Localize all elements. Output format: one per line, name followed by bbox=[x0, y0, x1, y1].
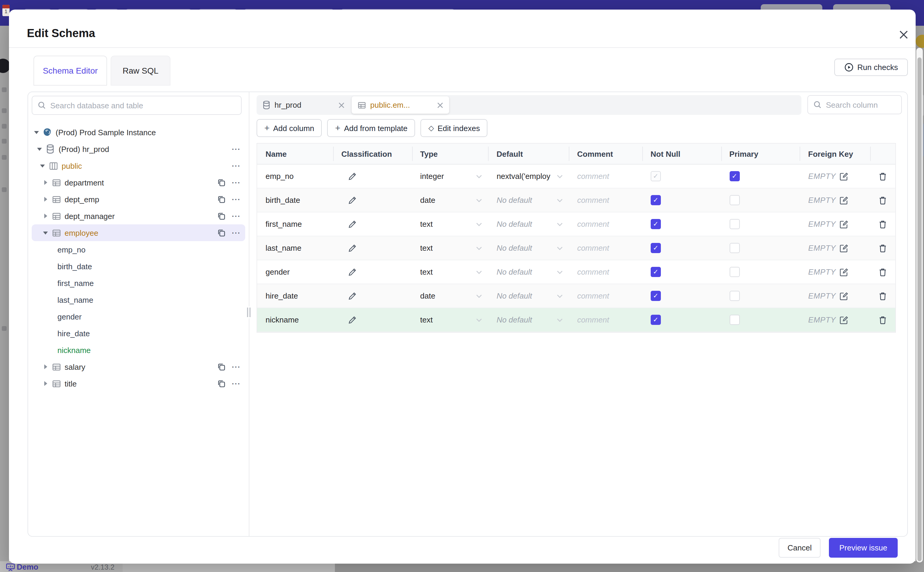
pencil-icon[interactable] bbox=[348, 196, 357, 204]
edit-icon[interactable] bbox=[839, 316, 848, 324]
classification-cell[interactable] bbox=[333, 268, 412, 276]
default-value[interactable]: No default bbox=[497, 196, 532, 205]
delete-column-cell[interactable] bbox=[870, 220, 895, 228]
column-name-cell[interactable]: emp_no bbox=[257, 172, 333, 181]
close-icon[interactable] bbox=[437, 102, 443, 108]
tree-item-table-department[interactable]: department ⋯ bbox=[32, 174, 245, 191]
comment-input[interactable]: comment bbox=[569, 219, 642, 228]
close-icon[interactable] bbox=[898, 29, 910, 41]
comment-input[interactable]: comment bbox=[569, 244, 642, 252]
add-from-template-button[interactable]: +Add from template bbox=[327, 119, 415, 137]
column-name-cell[interactable]: birth_date bbox=[257, 196, 333, 205]
default-value[interactable]: No default bbox=[497, 244, 532, 252]
edit-icon[interactable] bbox=[839, 268, 848, 276]
primary-checkbox[interactable] bbox=[729, 291, 740, 301]
column-name-cell[interactable]: hire_date bbox=[257, 291, 333, 300]
more-actions-icon[interactable]: ⋯ bbox=[231, 378, 241, 389]
classification-cell[interactable] bbox=[333, 244, 412, 252]
default-select[interactable]: No default bbox=[488, 219, 569, 228]
not-null-checkbox[interactable]: ✓ bbox=[651, 195, 661, 205]
trash-icon[interactable] bbox=[879, 172, 886, 180]
pencil-icon[interactable] bbox=[348, 316, 357, 324]
column-name-cell[interactable]: last_name bbox=[257, 244, 333, 252]
column-search-input[interactable]: Search column bbox=[808, 95, 902, 114]
primary-checkbox[interactable] bbox=[729, 243, 740, 253]
chevron-right-icon[interactable] bbox=[42, 180, 49, 185]
edit-icon[interactable] bbox=[839, 292, 848, 300]
chevron-right-icon[interactable] bbox=[42, 364, 49, 369]
tree-item-column-birth-date[interactable]: birth_date bbox=[32, 258, 245, 275]
foreign-key-cell[interactable]: EMPTY bbox=[800, 315, 870, 324]
copy-icon[interactable] bbox=[217, 362, 225, 371]
edit-icon[interactable] bbox=[839, 196, 848, 204]
copy-icon[interactable] bbox=[217, 379, 225, 388]
type-select[interactable]: integer bbox=[412, 172, 488, 181]
comment-input[interactable]: comment bbox=[569, 267, 642, 277]
more-actions-icon[interactable]: ⋯ bbox=[231, 211, 241, 221]
tree-item-table-employee[interactable]: employee ⋯ bbox=[32, 224, 245, 241]
copy-icon[interactable] bbox=[217, 178, 225, 187]
default-select[interactable]: No default bbox=[488, 244, 569, 252]
classification-cell[interactable] bbox=[333, 172, 412, 180]
not-null-checkbox[interactable]: ✓ bbox=[651, 219, 661, 229]
chevron-right-icon[interactable] bbox=[42, 214, 49, 218]
foreign-key-cell[interactable]: EMPTY bbox=[800, 267, 870, 277]
trash-icon[interactable] bbox=[879, 196, 886, 204]
edit-icon[interactable] bbox=[839, 244, 848, 252]
type-select[interactable]: date bbox=[412, 196, 488, 205]
column-name-cell[interactable]: nickname bbox=[257, 315, 333, 324]
primary-checkbox[interactable] bbox=[729, 315, 740, 325]
tree-item-column-emp-no[interactable]: emp_no bbox=[32, 241, 245, 258]
comment-input[interactable]: comment bbox=[569, 172, 642, 181]
edit-icon[interactable] bbox=[839, 172, 848, 180]
tab-raw-sql[interactable]: Raw SQL bbox=[111, 56, 171, 85]
tree-item-table-dept-manager[interactable]: dept_manager ⋯ bbox=[32, 208, 245, 224]
tree-item-column-hire-date[interactable]: hire_date bbox=[32, 325, 245, 342]
trash-icon[interactable] bbox=[879, 316, 886, 324]
copy-icon[interactable] bbox=[217, 228, 225, 237]
classification-cell[interactable] bbox=[333, 196, 412, 204]
pencil-icon[interactable] bbox=[348, 172, 357, 180]
demo-link[interactable]: Demo bbox=[17, 563, 38, 571]
default-select[interactable]: No default bbox=[488, 267, 569, 277]
type-select[interactable]: text bbox=[412, 267, 488, 277]
classification-cell[interactable] bbox=[333, 220, 412, 228]
default-select[interactable]: No default bbox=[488, 315, 569, 324]
tree-item-column-nickname[interactable]: nickname bbox=[32, 342, 245, 358]
close-icon[interactable] bbox=[338, 102, 344, 108]
more-actions-icon[interactable]: ⋯ bbox=[231, 194, 241, 205]
classification-cell[interactable] bbox=[333, 316, 412, 324]
foreign-key-cell[interactable]: EMPTY bbox=[800, 196, 870, 205]
primary-checkbox[interactable]: ✓ bbox=[729, 171, 740, 181]
default-value[interactable]: No default bbox=[497, 291, 532, 300]
type-select[interactable]: text bbox=[412, 315, 488, 324]
delete-column-cell[interactable] bbox=[870, 244, 895, 252]
chevron-right-icon[interactable] bbox=[42, 381, 49, 386]
foreign-key-cell[interactable]: EMPTY bbox=[800, 172, 870, 181]
default-value[interactable]: No default bbox=[497, 267, 532, 277]
modal-scrollbar-thumb[interactable] bbox=[918, 58, 922, 561]
more-actions-icon[interactable]: ⋯ bbox=[231, 177, 241, 188]
delete-column-cell[interactable] bbox=[870, 268, 895, 276]
delete-column-cell[interactable] bbox=[870, 316, 895, 324]
database-search-input[interactable]: Search database and table bbox=[32, 96, 242, 115]
type-select[interactable]: text bbox=[412, 244, 488, 252]
trash-icon[interactable] bbox=[879, 244, 886, 252]
default-value[interactable]: nextval('employ bbox=[497, 172, 550, 181]
not-null-checkbox[interactable]: ✓ bbox=[651, 267, 661, 277]
default-value[interactable]: No default bbox=[497, 315, 532, 324]
type-select[interactable]: text bbox=[412, 219, 488, 228]
chevron-right-icon[interactable] bbox=[42, 197, 49, 202]
column-name-cell[interactable]: gender bbox=[257, 267, 333, 277]
tree-item-table-title[interactable]: title ⋯ bbox=[32, 375, 245, 392]
trash-icon[interactable] bbox=[879, 292, 886, 300]
chevron-down-icon[interactable] bbox=[39, 164, 46, 167]
pencil-icon[interactable] bbox=[348, 292, 357, 300]
delete-column-cell[interactable] bbox=[870, 292, 895, 300]
chevron-down-icon[interactable] bbox=[33, 131, 40, 134]
tree-item-schema-public[interactable]: public ⋯ bbox=[32, 157, 245, 174]
foreign-key-cell[interactable]: EMPTY bbox=[800, 219, 870, 228]
more-actions-icon[interactable]: ⋯ bbox=[231, 160, 241, 171]
default-value[interactable]: No default bbox=[497, 219, 532, 228]
comment-input[interactable]: comment bbox=[569, 291, 642, 300]
